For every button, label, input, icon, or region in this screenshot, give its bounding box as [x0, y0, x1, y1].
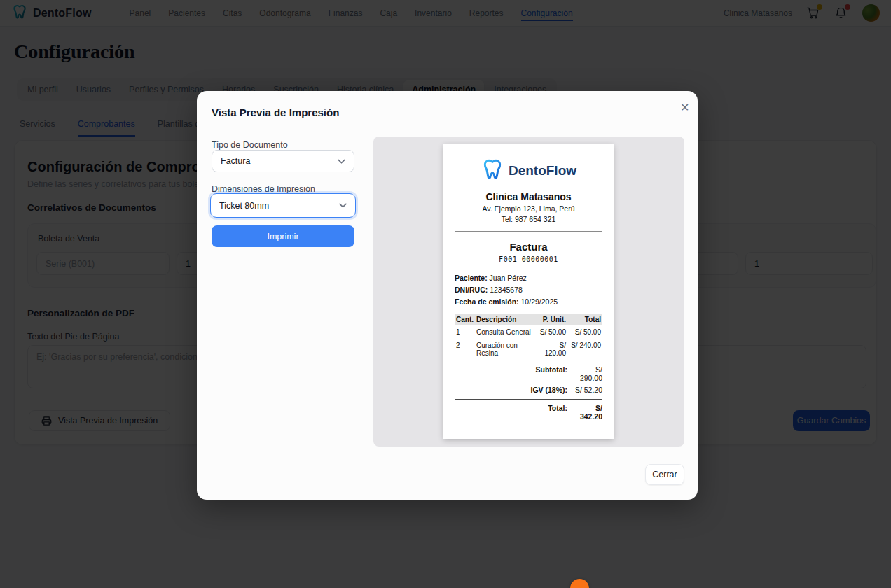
receipt-ticket: DentoFlow Clinica Matasanos Av. Ejemplo … — [443, 144, 614, 439]
col-descripcion: Descripción — [475, 314, 535, 326]
receipt-logo: DentoFlow — [455, 158, 602, 184]
receipt-clinic-name: Clinica Matasanos — [455, 191, 602, 202]
close-modal-button[interactable]: Cerrar — [645, 464, 684, 485]
date-value: 10/29/2025 — [521, 298, 558, 306]
table-row: 2 Curación con Resina S/ 120.00 S/ 240.0… — [455, 339, 602, 360]
doc-type-select[interactable]: Factura — [212, 150, 354, 172]
doc-type-label: Tipo de Documento — [212, 140, 288, 150]
tooth-logo-icon — [481, 158, 504, 184]
total-row: Total: S/ 342.20 — [455, 399, 602, 421]
receipt-preview-area: DentoFlow Clinica Matasanos Av. Ejemplo … — [373, 136, 684, 447]
patient-value: Juan Pérez — [490, 274, 527, 282]
cell-desc: Curación con Resina — [475, 339, 535, 360]
dimensions-value: Ticket 80mm — [219, 201, 269, 211]
patient-label: Paciente: — [455, 274, 488, 282]
igv-label: IGV (18%): — [530, 386, 567, 394]
igv-row: IGV (18%): S/ 52.20 — [455, 386, 602, 394]
receipt-phone: Tel: 987 654 321 — [455, 215, 602, 223]
cell-cant: 2 — [455, 339, 475, 360]
subtotal-value: S/ 290.00 — [572, 365, 602, 382]
cell-total: S/ 50.00 — [567, 326, 602, 339]
date-label: Fecha de emisión: — [455, 298, 519, 306]
subtotal-row: Subtotal: S/ 290.00 — [455, 365, 602, 382]
receipt-items-table: Cant. Descripción P. Unit. Total 1 Consu… — [455, 314, 602, 360]
cell-desc: Consulta General — [475, 326, 535, 339]
chevron-down-icon — [338, 159, 345, 164]
col-total: Total — [567, 314, 602, 326]
modal-title: Vista Previa de Impresión — [212, 106, 339, 118]
doc-type-value: Factura — [221, 156, 250, 166]
cell-unit: S/ 50.00 — [535, 326, 567, 339]
receipt-patient-info: Paciente: Juan Pérez DNI/RUC: 12345678 F… — [455, 272, 602, 307]
col-cant: Cant. — [455, 314, 475, 326]
receipt-doc-title: Factura — [455, 241, 602, 253]
dimensions-select[interactable]: Ticket 80mm — [210, 193, 356, 218]
receipt-divider — [455, 231, 602, 232]
table-header-row: Cant. Descripción P. Unit. Total — [455, 314, 602, 326]
col-punit: P. Unit. — [535, 314, 567, 326]
subtotal-label: Subtotal: — [536, 365, 568, 374]
receipt-totals: Subtotal: S/ 290.00 IGV (18%): S/ 52.20 … — [455, 365, 602, 421]
cell-unit: S/ 120.00 — [535, 339, 567, 360]
modal-close-icon[interactable]: ✕ — [680, 102, 689, 113]
dimensions-label: Dimensiones de Impresión — [212, 184, 315, 194]
receipt-brand-name: DentoFlow — [509, 163, 576, 178]
receipt-doc-number: F001-00000001 — [455, 255, 602, 263]
chevron-down-icon — [339, 203, 347, 208]
dni-value: 12345678 — [490, 286, 523, 294]
print-button[interactable]: Imprimir — [212, 225, 354, 247]
dni-label: DNI/RUC: — [455, 286, 488, 294]
cell-cant: 1 — [455, 326, 475, 339]
cell-total: S/ 240.00 — [567, 339, 602, 360]
total-label: Total: — [548, 404, 567, 412]
igv-value: S/ 52.20 — [572, 386, 602, 394]
print-preview-modal: Vista Previa de Impresión ✕ Tipo de Docu… — [197, 91, 698, 500]
receipt-address: Av. Ejemplo 123, Lima, Perú — [455, 204, 602, 213]
total-value: S/ 342.20 — [572, 404, 602, 421]
table-row: 1 Consulta General S/ 50.00 S/ 50.00 — [455, 326, 602, 339]
